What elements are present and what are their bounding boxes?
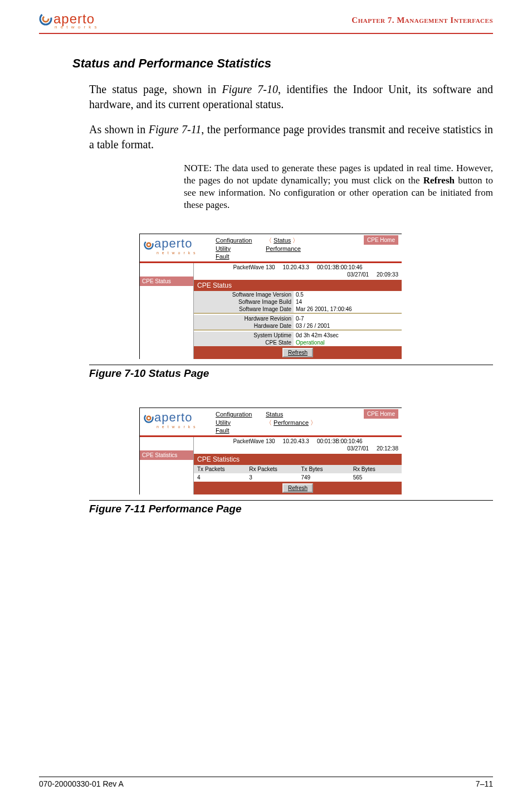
nav-utility[interactable]: Utility: [216, 419, 260, 426]
value-system-uptime: 0d 3h 42m 43sec: [294, 332, 402, 339]
footer-rule: [39, 777, 493, 777]
note-bold: Refresh: [423, 175, 455, 186]
refresh-button[interactable]: Refresh: [282, 348, 313, 357]
label-software-version: Software Image Version: [194, 291, 294, 298]
para1-text-a: The status page, shown in: [89, 83, 222, 95]
val-tx-bytes: 749: [298, 473, 350, 482]
val-tx-packets: 4: [194, 473, 246, 482]
page-footer: 070-20000330-01 Rev A 7–11: [39, 773, 493, 788]
table-row: System Uptime0d 3h 42m 43sec: [194, 332, 402, 339]
table-row: Hardware Date03 / 26 / 2001: [194, 322, 402, 330]
svg-point-2: [145, 240, 153, 249]
active-marker-icon: 〈: [266, 237, 274, 244]
nav-status[interactable]: Status: [274, 237, 291, 244]
section-heading: Status and Performance Statistics: [72, 56, 493, 71]
value-software-build: 14: [294, 298, 402, 305]
val-rx-bytes: 565: [350, 473, 402, 482]
note-paragraph: NOTE: The data used to generate these pa…: [184, 162, 493, 211]
app-logo: aperto: [143, 236, 210, 251]
nav-configuration[interactable]: Configuration: [216, 410, 260, 418]
nav-configuration[interactable]: Configuration: [216, 236, 260, 244]
label-hardware-date: Hardware Date: [194, 322, 294, 330]
nav-status[interactable]: Status: [266, 410, 321, 418]
refresh-button[interactable]: Refresh: [282, 483, 313, 493]
label-cpe-state: CPE State: [194, 339, 294, 346]
figure-7-11-caption: Figure 7-11 Performance Page: [89, 503, 493, 515]
device-date: 03/27/01: [347, 445, 369, 452]
app-logo-text: aperto: [154, 410, 192, 424]
device-ip: 10.20.43.3: [283, 264, 309, 270]
figure-7-10-screenshot: aperto n e t w o r k s Configuration Uti…: [139, 234, 493, 359]
cpe-home-button[interactable]: CPE Home: [364, 409, 398, 419]
cpe-home-button[interactable]: CPE Home: [364, 235, 398, 245]
svg-point-3: [147, 243, 151, 246]
swirl-icon: [143, 413, 154, 424]
label-software-date: Software Image Date: [194, 305, 294, 313]
figure-7-11-screenshot: aperto n e t w o r k s Configuration Uti…: [139, 408, 493, 494]
app-logo-sub: n e t w o r k s: [157, 425, 210, 429]
app-logo-text: aperto: [154, 236, 192, 250]
svg-point-4: [145, 414, 153, 423]
figure-rule: [89, 500, 493, 501]
footer-doc-id: 070-20000330-01 Rev A: [39, 779, 124, 788]
value-software-date: Mar 26 2001, 17:00:46: [294, 305, 402, 313]
svg-point-5: [147, 416, 151, 420]
device-mac: 00:01:3B:00:10:46: [317, 438, 363, 444]
paragraph-1: The status page, shown in Figure 7-10, i…: [89, 82, 493, 112]
svg-point-1: [43, 16, 48, 22]
device-ip: 10.20.43.3: [283, 438, 309, 444]
chapter-title: Chapter 7. Management Interfaces: [352, 16, 493, 25]
device-model: PacketWave 130: [233, 264, 275, 270]
active-marker-icon: 〈: [266, 419, 274, 426]
para2-text-a: As shown in: [89, 123, 149, 135]
device-mac: 00:01:3B:00:10:46: [317, 264, 363, 270]
label-hardware-revision: Hardware Revision: [194, 315, 294, 322]
active-marker-icon: 〉: [291, 237, 299, 244]
figure-rule: [89, 365, 493, 365]
swirl-icon: [143, 239, 154, 250]
header-rule: [39, 33, 493, 34]
value-hardware-date: 03 / 26 / 2001: [294, 322, 402, 330]
label-system-uptime: System Uptime: [194, 332, 294, 339]
table-row: Software Image Version0.5: [194, 291, 402, 298]
status-table: Software Image Version0.5 Software Image…: [194, 291, 402, 346]
stats-row: 4 3 749 565: [194, 473, 402, 482]
swirl-icon: [39, 12, 52, 26]
footer-page-number: 7–11: [476, 779, 493, 788]
nav-utility[interactable]: Utility: [216, 245, 260, 253]
logo-subtext: n e t w o r k s: [55, 25, 98, 30]
table-row: Software Image DateMar 26 2001, 17:00:46: [194, 305, 402, 313]
stats-header: Tx Packets Rx Packets Tx Bytes Rx Bytes: [194, 465, 402, 473]
app-logo-sub: n e t w o r k s: [157, 251, 210, 255]
table-row: CPE StateOperational: [194, 339, 402, 346]
panel-title-status: CPE Status: [194, 280, 402, 291]
sidebar-label-statistics: CPE Statistics: [140, 450, 193, 460]
device-time: 20:12:38: [377, 445, 398, 452]
col-rx-bytes: Rx Bytes: [350, 465, 402, 473]
value-software-version: 0.5: [294, 291, 402, 298]
brand-logo: aperto n e t w o r k s: [39, 11, 98, 30]
panel-title-statistics: CPE Statistics: [194, 454, 402, 465]
figure-7-10-caption: Figure 7-10 Status Page: [89, 367, 493, 380]
value-cpe-state: Operational: [294, 339, 402, 346]
sidebar-label-status: CPE Status: [140, 277, 193, 286]
paragraph-2: As shown in Figure 7-11, the performance…: [89, 122, 493, 152]
nav-performance[interactable]: Performance: [266, 245, 321, 253]
svg-point-0: [40, 13, 51, 25]
app-logo: aperto: [143, 410, 210, 425]
figure-ref-1: Figure 7-10: [222, 83, 278, 95]
col-rx-packets: Rx Packets: [246, 465, 297, 473]
table-row: Software Image Build14: [194, 298, 402, 305]
table-row: Hardware Revision0-7: [194, 315, 402, 322]
active-marker-icon: 〉: [309, 419, 316, 426]
nav-fault[interactable]: Fault: [216, 426, 260, 434]
device-time: 20:09:33: [377, 271, 398, 278]
label-software-build: Software Image Build: [194, 298, 294, 305]
nav-fault[interactable]: Fault: [216, 253, 260, 260]
nav-performance[interactable]: Performance: [274, 419, 309, 426]
device-date: 03/27/01: [347, 271, 369, 278]
figure-ref-2: Figure 7-11: [149, 123, 201, 135]
device-model: PacketWave 130: [233, 438, 275, 444]
col-tx-bytes: Tx Bytes: [298, 465, 350, 473]
val-rx-packets: 3: [246, 473, 297, 482]
